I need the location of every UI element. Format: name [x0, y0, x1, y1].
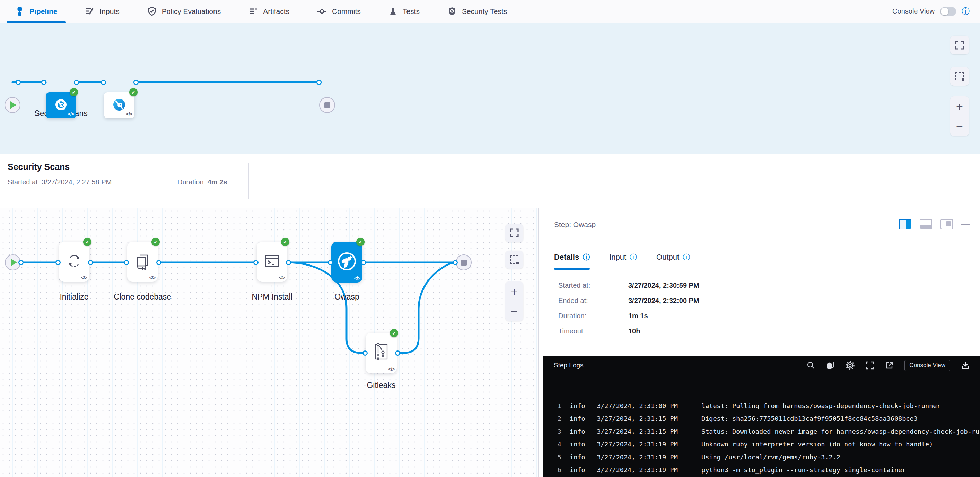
console-view-toggle[interactable]	[940, 7, 956, 16]
log-actions: Console View	[807, 360, 970, 371]
tab-input[interactable]: Inputⓘ	[609, 252, 637, 270]
step-panel-tabs: Detailsⓘ Inputⓘ Outputⓘ	[554, 252, 690, 270]
code-icon: </>	[279, 275, 285, 281]
copy-icon[interactable]	[826, 361, 834, 370]
search-icon[interactable]	[807, 361, 815, 370]
step-label: Clone codebase	[91, 292, 194, 302]
marquee-select-button[interactable]	[950, 67, 969, 86]
commit-icon	[317, 6, 327, 16]
code-icon: </>	[354, 276, 360, 281]
info-icon: ⓘ	[582, 252, 590, 262]
stop-icon	[461, 260, 467, 266]
info-icon: ⓘ	[630, 252, 637, 262]
tab-security-tests[interactable]: Security Tests	[447, 0, 507, 22]
step-node-initialize[interactable]: </>	[59, 242, 89, 282]
log-line: 6info3/27/2024, 2:31:19 PMpython3 -m sto…	[553, 463, 980, 476]
step-graph-canvas[interactable]: </> ✓ </> ✓ </> ✓ </> ✓ </> ✓ Initialize…	[0, 208, 538, 477]
log-lines: 1info3/27/2024, 2:31:00 PMlatest: Pullin…	[542, 374, 980, 476]
marquee-select-button[interactable]	[505, 250, 523, 269]
right-view-button[interactable]	[940, 219, 953, 230]
edge-port	[74, 80, 79, 85]
stage-graph-canvas[interactable]: </> ✓ </> ✓ Security Scans Build + −	[0, 23, 980, 154]
zoom-out-button[interactable]: −	[950, 116, 969, 136]
log-line: 2info3/27/2024, 2:31:15 PMDigest: sha256…	[553, 412, 980, 425]
stop-icon	[325, 102, 330, 108]
edge-port	[16, 80, 21, 85]
zoom-in-button[interactable]: +	[505, 281, 523, 301]
stage-node-security-scans[interactable]: </>	[46, 92, 76, 118]
settings-gear-icon[interactable]	[846, 361, 854, 370]
tab-commits[interactable]: Commits	[317, 0, 361, 22]
edge-port	[328, 260, 333, 265]
step-node-npm-install[interactable]: </>	[257, 242, 287, 282]
step-logs-header: Step Logs Console View	[542, 356, 980, 374]
execution-end-node[interactable]	[456, 254, 472, 270]
log-line: 3info3/27/2024, 2:31:15 PMStatus: Downlo…	[553, 425, 980, 438]
stage-graph-edges	[0, 23, 980, 154]
tab-label: Security Tests	[462, 7, 507, 16]
console-view-label: Console View	[892, 7, 935, 15]
tab-label: Tests	[402, 7, 420, 16]
fullscreen-icon[interactable]	[865, 361, 874, 370]
step-node-owasp[interactable]: </>	[331, 242, 363, 282]
tab-tests[interactable]: Tests	[388, 0, 420, 22]
edge-port	[253, 260, 259, 265]
detail-row: Ended at: 3/27/2024, 2:32:00 PM	[558, 297, 699, 305]
toggle-knob	[941, 8, 948, 15]
zoom-out-button[interactable]: −	[505, 301, 523, 321]
success-icon: ✓	[129, 88, 138, 96]
detail-row: Timeout: 10h	[558, 327, 699, 335]
success-icon: ✓	[151, 238, 160, 246]
step-node-clone-codebase[interactable]: </>	[127, 242, 158, 282]
codebase-icon	[133, 252, 152, 272]
tab-artifacts[interactable]: Artifacts	[248, 0, 290, 22]
code-icon: </>	[81, 275, 87, 281]
tab-inputs[interactable]: Inputs	[85, 0, 119, 22]
info-icon[interactable]: ⓘ	[962, 7, 970, 15]
pipeline-end-node[interactable]	[319, 97, 335, 113]
inputs-icon	[85, 6, 95, 16]
edge-port	[317, 80, 321, 85]
zoom-in-button[interactable]: +	[950, 96, 969, 116]
step-label: Owasp	[295, 292, 399, 302]
tab-output[interactable]: Outputⓘ	[656, 252, 690, 270]
step-node-gitleaks[interactable]: </>	[366, 333, 397, 373]
policy-shield-icon	[147, 6, 157, 16]
split-view-button[interactable]	[899, 219, 912, 230]
zoom-control-group: + −	[950, 96, 969, 136]
tab-policy-evaluations[interactable]: Policy Evaluations	[147, 0, 221, 22]
code-icon: </>	[126, 111, 132, 117]
tab-pipeline[interactable]: Pipeline	[15, 0, 57, 22]
detail-row: Started at: 3/27/2024, 2:30:59 PM	[558, 281, 699, 289]
external-link-icon[interactable]	[885, 361, 893, 370]
tabs-divider	[539, 269, 980, 269]
download-icon[interactable]	[961, 361, 970, 370]
success-icon: ✓	[83, 238, 91, 246]
owasp-icon	[336, 251, 357, 273]
security-shield-icon	[447, 6, 457, 16]
success-icon: ✓	[281, 238, 290, 246]
bottom-view-button[interactable]	[920, 219, 932, 230]
success-icon: ✓	[70, 88, 78, 96]
success-icon: ✓	[390, 329, 398, 337]
edge-port	[134, 80, 138, 85]
step-logs-title: Step Logs	[554, 362, 584, 369]
artifacts-icon	[248, 6, 258, 16]
console-view-button[interactable]: Console View	[904, 360, 950, 371]
step-logs-panel: Step Logs Console View 1info3/27/2024, 2…	[542, 356, 980, 477]
edge-port	[361, 260, 366, 265]
tab-details[interactable]: Detailsⓘ	[554, 252, 590, 270]
pipeline-icon	[15, 7, 24, 16]
edge-port	[395, 351, 400, 356]
fit-to-screen-button[interactable]	[505, 224, 523, 242]
minimize-panel-button[interactable]	[961, 223, 970, 225]
fit-to-screen-button[interactable]	[950, 36, 969, 54]
tab-label: Inputs	[100, 7, 119, 16]
log-line: 1info3/27/2024, 2:31:00 PMlatest: Pullin…	[553, 399, 980, 412]
play-icon	[10, 101, 17, 109]
flask-icon	[388, 7, 398, 16]
stage-node-build[interactable]: </>	[104, 92, 134, 118]
tab-label: Pipeline	[29, 7, 57, 16]
summary-divider	[248, 163, 249, 199]
terminal-icon	[262, 252, 282, 272]
